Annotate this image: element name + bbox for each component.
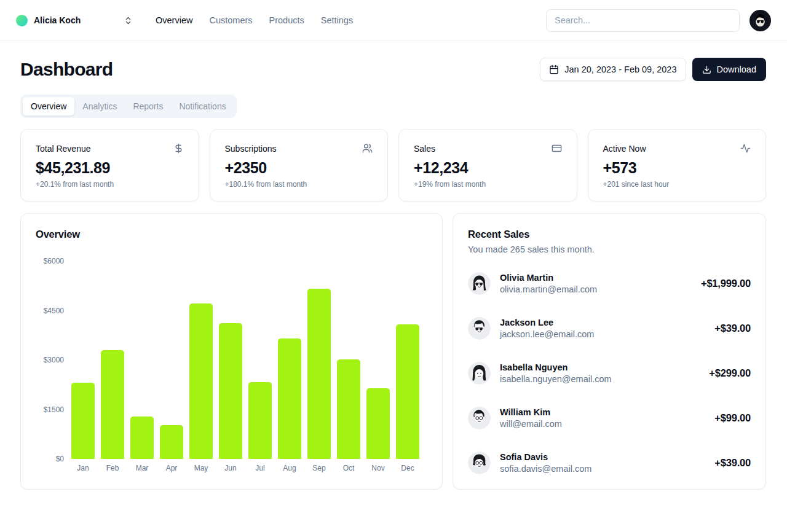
sale-amount: +$299.00 — [709, 367, 751, 379]
date-range-picker[interactable]: Jan 20, 2023 - Feb 09, 2023 — [540, 58, 686, 81]
users-icon — [362, 143, 373, 154]
team-name: Alicia Koch — [34, 15, 81, 25]
chart-x-axis: JanFebMarAprMayJunJulAugSepOctNovDec — [68, 464, 422, 472]
tab-overview[interactable]: Overview — [23, 97, 74, 115]
stat-note: +20.1% from last month — [36, 180, 184, 189]
chart-bar-slot — [363, 261, 393, 459]
stat-value: +2350 — [225, 159, 373, 177]
x-tick-label: May — [186, 464, 216, 472]
chevrons-up-down-icon — [124, 16, 133, 25]
chart-bar-slot — [157, 261, 186, 459]
chart-bar-slot — [304, 261, 334, 459]
x-tick-label: Mar — [127, 464, 157, 472]
page-title: Dashboard — [20, 59, 113, 80]
chart-bar-slot — [127, 261, 157, 459]
chart-bar-slot — [334, 261, 363, 459]
calendar-icon — [549, 65, 559, 74]
customer-email: will@email.com — [500, 419, 562, 429]
overview-chart-card: Overview $0$1500$3000$4500$6000 JanFebMa… — [20, 213, 443, 490]
download-button[interactable]: Download — [692, 58, 767, 81]
primary-nav: OverviewCustomersProductsSettings — [156, 15, 353, 25]
download-icon — [702, 65, 711, 74]
chart-bar-slot — [186, 261, 216, 459]
team-switcher[interactable]: Alicia Koch — [16, 15, 133, 26]
nav-link-overview[interactable]: Overview — [156, 15, 192, 25]
nav-link-customers[interactable]: Customers — [209, 15, 252, 25]
dashboard-page: Dashboard Jan 20, 2023 - Feb 09, 2023 Do… — [0, 41, 787, 512]
credit-card-icon — [552, 143, 562, 154]
chart-plot-area — [68, 261, 422, 459]
stat-value: +12,234 — [414, 159, 562, 177]
customer-name: Olivia Martin — [500, 273, 597, 283]
date-range-label: Jan 20, 2023 - Feb 09, 2023 — [564, 65, 676, 74]
y-tick-label: $4500 — [44, 307, 64, 315]
y-tick-label: $3000 — [44, 356, 64, 364]
customer-email: olivia.martin@email.com — [500, 284, 597, 294]
x-tick-label: Oct — [334, 464, 363, 472]
recent-sales-card: Recent Sales You made 265 sales this mon… — [453, 213, 766, 490]
customer-email: isabella.nguyen@email.com — [500, 374, 612, 384]
dollar-sign-icon — [173, 143, 184, 154]
stat-label: Active Now — [603, 144, 646, 154]
sofia-davis-avatar-icon — [468, 452, 491, 474]
stat-value: +573 — [603, 159, 751, 177]
william-kim-avatar-icon — [468, 407, 491, 429]
sale-amount: +$39.00 — [714, 323, 751, 334]
top-nav-bar: Alicia Koch OverviewCustomersProductsSet… — [0, 0, 787, 41]
stat-note: +19% from last month — [414, 180, 562, 189]
recent-sales-title: Recent Sales — [468, 229, 751, 240]
search-container — [546, 9, 740, 32]
sale-row: William Kim will@email.com +$99.00 — [468, 407, 751, 429]
customer-name: Sofia Davis — [500, 452, 591, 462]
x-tick-label: Nov — [363, 464, 393, 472]
download-label: Download — [717, 65, 757, 74]
stat-note: +180.1% from last month — [225, 180, 373, 189]
bar-chart: $0$1500$3000$4500$6000 JanFebMarAprMayJu… — [36, 261, 427, 472]
x-tick-label: Jun — [216, 464, 245, 472]
customer-email: sofia.davis@email.com — [500, 464, 591, 474]
chart-bar-slot — [245, 261, 275, 459]
isabella-nguyen-avatar-icon — [468, 362, 491, 385]
stat-label: Subscriptions — [225, 144, 277, 154]
chart-bar-feb — [101, 350, 124, 459]
recent-sales-list: Olivia Martin olivia.martin@email.com +$… — [468, 272, 751, 474]
stat-cards-grid: Total Revenue $45,231.89 +20.1% from las… — [20, 129, 766, 201]
x-tick-label: Aug — [275, 464, 304, 472]
stat-label: Total Revenue — [36, 144, 91, 154]
user-menu-button[interactable] — [749, 10, 771, 31]
chart-y-axis: $0$1500$3000$4500$6000 — [36, 261, 64, 459]
tab-notifications[interactable]: Notifications — [171, 97, 234, 115]
chart-bar-dec — [396, 324, 419, 459]
x-tick-label: Jan — [68, 464, 98, 472]
sale-row: Isabella Nguyen isabella.nguyen@email.co… — [468, 362, 751, 385]
stat-note: +201 since last hour — [603, 180, 751, 189]
jackson-lee-avatar-icon — [468, 317, 491, 340]
customer-name: Isabella Nguyen — [500, 362, 612, 372]
x-tick-label: Apr — [157, 464, 186, 472]
chart-bar-sep — [307, 289, 331, 459]
tab-reports[interactable]: Reports — [125, 97, 171, 115]
sale-row: Jackson Lee jackson.lee@email.com +$39.0… — [468, 317, 751, 340]
x-tick-label: Feb — [98, 464, 127, 472]
chart-bar-slot — [275, 261, 304, 459]
customer-name: William Kim — [500, 407, 562, 417]
nav-link-products[interactable]: Products — [269, 15, 304, 25]
chart-bar-slot — [393, 261, 422, 459]
y-tick-label: $6000 — [44, 257, 64, 265]
nav-link-settings[interactable]: Settings — [321, 15, 353, 25]
stat-value: $45,231.89 — [36, 159, 184, 177]
chart-bar-nov — [366, 388, 390, 459]
sale-amount: +$1,999.00 — [701, 278, 751, 289]
chart-bar-slot — [98, 261, 127, 459]
stat-card: Active Now +573 +201 since last hour — [588, 129, 767, 201]
chart-bar-jul — [248, 382, 272, 459]
tab-analytics[interactable]: Analytics — [74, 97, 125, 115]
chart-bar-oct — [337, 359, 360, 459]
chart-bar-apr — [160, 425, 183, 459]
x-tick-label: Sep — [304, 464, 334, 472]
stat-card: Sales +12,234 +19% from last month — [398, 129, 577, 201]
stat-label: Sales — [414, 144, 435, 154]
team-avatar — [16, 15, 28, 26]
sale-row: Olivia Martin olivia.martin@email.com +$… — [468, 272, 751, 295]
search-input[interactable] — [546, 9, 740, 32]
